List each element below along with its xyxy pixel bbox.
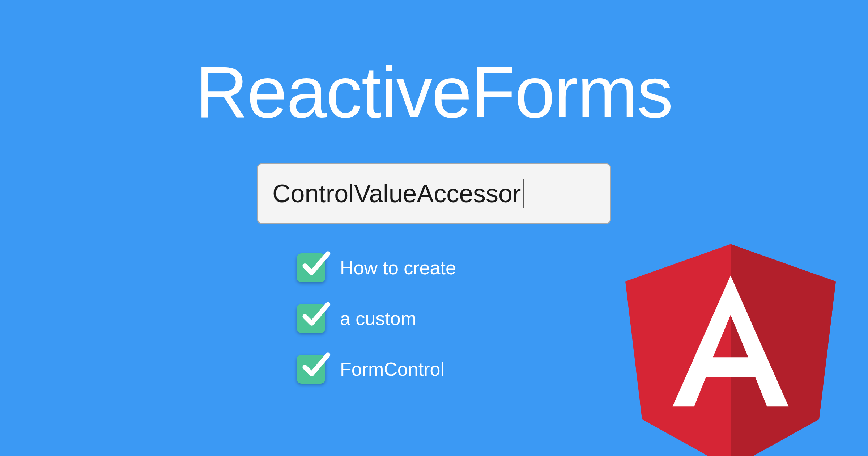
text-cursor-icon [523, 179, 524, 208]
list-item-label: FormControl [340, 358, 444, 380]
angular-logo-icon [608, 217, 854, 456]
bullet-list: How to create a custom FormControl [297, 253, 456, 384]
list-item-label: How to create [340, 257, 456, 279]
checkbox-icon [297, 253, 326, 282]
checkbox-icon [297, 304, 326, 333]
input-value: ControlValueAccessor [272, 179, 521, 208]
list-item: FormControl [297, 355, 456, 384]
banner: ReactiveForms ControlValueAccessor How t… [0, 0, 868, 456]
page-title: ReactiveForms [196, 51, 673, 134]
checkbox-icon [297, 355, 326, 384]
list-item: How to create [297, 253, 456, 282]
list-item-label: a custom [340, 308, 416, 329]
text-input[interactable]: ControlValueAccessor [257, 163, 611, 224]
list-item: a custom [297, 304, 456, 333]
